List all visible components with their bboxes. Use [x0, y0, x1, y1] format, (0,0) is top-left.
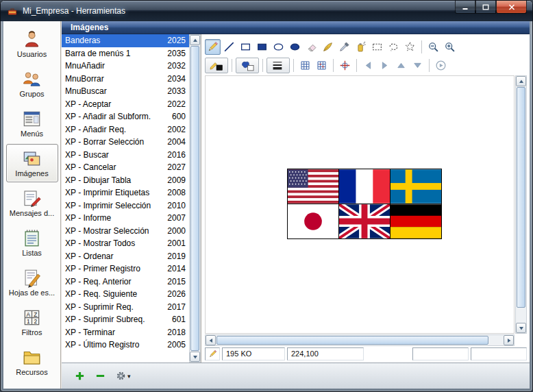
image-id: 2007 [162, 213, 189, 223]
list-item[interactable]: XP - Dibujar Tabla2009 [62, 174, 189, 187]
image-name: XP - Mostrar Selección [62, 226, 162, 236]
list-item[interactable]: XP - Ordenar2019 [62, 250, 189, 263]
image-id: 2001 [162, 238, 189, 248]
sidebar-item-label: Recursos [16, 368, 47, 376]
grid-snap-tool-button[interactable] [314, 58, 330, 73]
canvas-scroll-right-button[interactable] [504, 335, 514, 345]
arrow-down-tool-button[interactable] [410, 58, 425, 73]
ellipse-tool-button[interactable] [271, 39, 286, 55]
eyedropper-icon [338, 41, 350, 53]
canvas-scroll-up-button[interactable] [516, 76, 526, 86]
spray-tool-button[interactable] [353, 39, 369, 55]
list-item[interactable]: XP - Imprimir Selección2010 [62, 199, 189, 212]
select-rectangle-tool-button[interactable] [369, 39, 385, 55]
list-item[interactable]: XP - Imprimir Etiquetas2008 [62, 186, 189, 199]
list-item[interactable]: XP - Primer Registro2014 [62, 262, 189, 275]
list-item[interactable]: XP - Suprimir Subreq.601 [62, 313, 189, 326]
rectangle-tool-button[interactable] [238, 39, 253, 55]
flag-uk [339, 204, 390, 238]
list-item[interactable]: XP - Borrar Selección2004 [62, 136, 189, 149]
arrow-left-tool-button[interactable] [360, 58, 376, 73]
list-item[interactable]: XP - Último Registro2005 [62, 339, 189, 352]
sidebar-item-recursos[interactable]: Recursos [6, 343, 58, 381]
select-wand-tool-button[interactable] [402, 39, 418, 55]
list-item[interactable]: XP - Suprimir Req.2017 [62, 301, 189, 314]
list-scroll-up-button[interactable] [190, 35, 200, 45]
sidebar: UsuariosGruposMenúsImágenesMensajes d...… [3, 21, 61, 389]
sidebar-item-menus[interactable]: Menús [6, 104, 58, 143]
filled-ellipse-tool-button[interactable] [287, 39, 303, 55]
list-item[interactable]: XP - Informe2007 [62, 212, 189, 225]
minimize-button[interactable] [455, 1, 475, 14]
sidebar-item-imagenes[interactable]: Imágenes [6, 144, 58, 182]
canvas-scroll-down-button[interactable] [516, 323, 526, 333]
canvas-vscroll-thumb[interactable] [517, 87, 525, 308]
line-icon [223, 41, 235, 53]
arrow-up-tool-button[interactable] [393, 58, 409, 73]
list-scroll-down-button[interactable] [190, 352, 200, 362]
foreground-color-tool-button[interactable] [205, 58, 228, 73]
background-color-tool-button[interactable] [236, 58, 259, 73]
sidebar-item-usuarios[interactable]: Usuarios [6, 25, 58, 63]
titlebar[interactable]: Mi_Empresa - Herramientas [1, 1, 532, 21]
crosshair-tool-button[interactable] [337, 58, 353, 73]
pen-tool-button[interactable] [320, 39, 336, 55]
list-item[interactable]: Banderas2025 [62, 34, 189, 47]
list-item[interactable]: XP - Terminar2018 [62, 326, 189, 339]
sidebar-item-filtros[interactable]: AZ12Filtros [6, 303, 58, 341]
list-item[interactable]: MnuBorrar2034 [62, 73, 189, 86]
canvas[interactable] [205, 75, 515, 334]
lists-icon [22, 228, 42, 248]
flag-usa [288, 169, 338, 204]
maximize-button[interactable] [475, 1, 496, 14]
eyedropper-tool-button[interactable] [336, 39, 352, 55]
list-item[interactable]: XP - Req. Anterior2015 [62, 275, 189, 289]
remove-image-button[interactable] [94, 369, 107, 382]
sidebar-item-label: Grupos [19, 90, 44, 98]
list-item[interactable]: XP - Mostrar Selección2000 [62, 225, 189, 238]
canvas-vertical-scrollbar[interactable] [515, 75, 527, 334]
zoom-in-tool-button[interactable] [442, 39, 458, 55]
remove-icon [95, 371, 106, 381]
sidebar-item-listas[interactable]: Listas [6, 223, 58, 262]
image-name: XP - Suprimir Req. [62, 302, 162, 312]
select-lasso-tool-button[interactable] [386, 39, 401, 55]
settings-button[interactable]: ▾ [114, 369, 132, 382]
list-item[interactable]: XP - Aceptar2022 [62, 98, 189, 111]
list-footer-toolbar: ▾ [62, 363, 530, 389]
close-button[interactable] [496, 1, 527, 14]
list-item[interactable]: MnuBuscar2033 [62, 85, 189, 98]
background-color-icon [238, 60, 256, 71]
grid-tool-button[interactable] [297, 58, 313, 73]
eraser-tool-button[interactable] [303, 39, 319, 55]
list-item[interactable]: XP - Cancelar2027 [62, 161, 189, 174]
list-item[interactable]: XP - Añadir Req.2002 [62, 123, 189, 136]
list-item[interactable]: XP - Añadir al Subform.600 [62, 110, 189, 123]
draw-toolbar [205, 38, 458, 56]
pencil-tool-button[interactable] [205, 39, 221, 55]
list-item[interactable]: MnuAñadir2032 [62, 60, 189, 73]
sidebar-item-hojas-de-es[interactable]: Hojas de es... [6, 263, 58, 302]
list-item[interactable]: Barra de menús 12035 [62, 47, 189, 60]
line-width-tool-button[interactable] [266, 58, 290, 73]
list-item[interactable]: XP - Mostrar Todos2001 [62, 237, 189, 250]
filters-icon: AZ12 [22, 308, 42, 328]
preview-tool-button[interactable] [433, 58, 449, 73]
list-scrollbar-thumb[interactable] [190, 46, 199, 351]
canvas-hscroll-thumb[interactable] [216, 336, 488, 345]
filled-rectangle-tool-button[interactable] [254, 39, 270, 55]
arrow-right-tool-button[interactable] [377, 58, 393, 73]
canvas-horizontal-scrollbar[interactable] [205, 334, 515, 346]
list-scrollbar[interactable] [189, 34, 201, 363]
panel-title: Imágenes [62, 21, 530, 34]
list-item[interactable]: XP - Req. Siguiente2026 [62, 288, 189, 301]
zoom-out-tool-button[interactable] [425, 39, 441, 55]
canvas-scroll-left-button[interactable] [206, 335, 216, 345]
sidebar-item-grupos[interactable]: Grupos [6, 64, 58, 103]
image-name: MnuBuscar [62, 86, 162, 96]
sidebar-item-mensajes-d[interactable]: Mensajes d... [6, 184, 58, 222]
list-item[interactable]: XP - Buscar2016 [62, 149, 189, 162]
image-name: XP - Buscar [62, 150, 162, 160]
add-image-button[interactable] [73, 369, 86, 382]
line-tool-button[interactable] [221, 39, 237, 55]
